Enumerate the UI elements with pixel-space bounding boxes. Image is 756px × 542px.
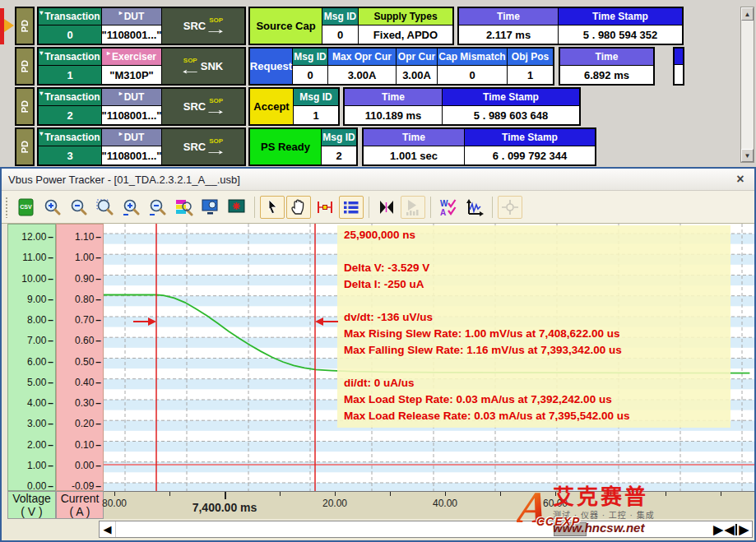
zoom-out-horizontal-button[interactable] [146, 196, 170, 219]
timestamp-header: Time Stamp [465, 129, 595, 146]
protocol-badge[interactable]: PD [15, 87, 35, 126]
zoom-selection-button[interactable] [93, 196, 118, 219]
current-tick-label: 1.10– [75, 231, 101, 243]
time-value: 2.117 ms [459, 25, 558, 44]
message-group: Accept Msg ID 1 [248, 87, 340, 126]
zoom-in-horizontal-button[interactable] [119, 196, 144, 219]
annotation-line: dv/dt: -136 uV/us [344, 311, 727, 327]
scroll-down-button[interactable]: ▼ [741, 149, 754, 162]
message-type[interactable]: Source Cap [250, 8, 322, 44]
sort-triangle-icon: ▸ [107, 49, 110, 57]
transaction-id[interactable]: 0 [39, 25, 101, 44]
voltage-tick-label: 3.00– [27, 418, 53, 429]
svg-text:W: W [440, 199, 448, 208]
time-axis-tick [335, 492, 336, 496]
transaction-id-group: ▾Transaction 2 ▸DUT "1108001..." SRC SOP… [37, 87, 246, 126]
transaction-id[interactable]: 1 [39, 66, 101, 84]
zoom-in-button[interactable] [40, 196, 65, 219]
protocol-badge[interactable]: PD [15, 127, 35, 166]
voltage-tick-label: 9.00– [27, 294, 53, 305]
message-group: Source Cap Msg ID 0 Supply Types Fixed, … [248, 7, 454, 45]
annotation-line [344, 360, 727, 377]
toolbar-grip[interactable] [5, 197, 9, 218]
annotation-line: Delta I: -250 uA [344, 278, 727, 294]
field-header: Msg ID [322, 129, 356, 146]
screen-zoom-icon [201, 197, 220, 217]
report-chart-icon [403, 197, 423, 217]
collapse-traces-button[interactable] [374, 196, 399, 219]
field-value: 2 [322, 146, 356, 164]
zoom-out-button[interactable] [67, 196, 91, 219]
timestamp-value: 6 . 099 792 344 [465, 146, 595, 164]
time-axis-label: 40.00 [433, 498, 457, 509]
column-header-source[interactable]: ▸DUT [102, 129, 161, 146]
message-type[interactable]: Accept [250, 89, 293, 124]
time-markers-button[interactable] [313, 196, 337, 219]
column-header-transaction[interactable]: ▾Transaction [39, 8, 101, 25]
time-axis-tick [500, 492, 501, 496]
voltage-axis: 12.00–11.00–10.00–9.00–8.00–7.00–6.00–5.… [7, 224, 56, 491]
column-header-source[interactable]: ▸DUT [102, 8, 161, 25]
direction-cell: SOP← SNK [162, 49, 244, 84]
direction-arrow-icon: → [204, 143, 228, 157]
voltage-tick-label: 5.00– [27, 377, 53, 388]
sort-triangle-icon: ▸ [119, 130, 123, 137]
time-markers-icon [315, 197, 335, 217]
direction-cell: SRC SOP→ [162, 8, 244, 44]
slew-chart-button[interactable] [462, 196, 487, 219]
column-header-transaction[interactable]: ▾Transaction [39, 89, 101, 105]
role-label: SNK [201, 60, 223, 72]
signal-connector-icon [500, 197, 520, 217]
window-titlebar[interactable]: Vbus Power Tracker - [01_TDA.2.3.2.1_A__… [2, 169, 754, 191]
column-header-transaction[interactable]: ▾Transaction [39, 49, 101, 65]
selection-marker-icon [4, 19, 14, 32]
annotation-line: Max Load Release Rate: 0.03 mA/us at 7,3… [344, 410, 727, 426]
timestamp-cutoff-column [673, 47, 684, 86]
time-value: 6.892 ms [560, 66, 653, 84]
close-button[interactable]: × [733, 172, 748, 187]
display-colors-button[interactable] [172, 196, 197, 219]
message-group: Request Msg ID 0 Max Opr Cur 3.00A Opr C… [248, 47, 554, 86]
voltage-tick-label: 7.00– [27, 335, 53, 346]
voltage-tick-label: 11.00– [22, 252, 53, 263]
field-header: Max Opr Cur [328, 49, 396, 65]
verify-results-icon: WA [438, 197, 458, 217]
voltage-axis-title: Voltage( V ) [7, 491, 56, 519]
sort-triangle-icon: ▾ [39, 49, 43, 57]
message-type[interactable]: PS Ready [250, 129, 321, 164]
select-cursor-button[interactable] [260, 196, 285, 219]
time-axis-tick [225, 492, 226, 499]
list-view-button[interactable] [339, 196, 364, 219]
direction-arrow-icon: → [204, 22, 228, 36]
scroll-left-button[interactable]: ◀ [100, 521, 116, 537]
current-axis-title: Current( A ) [56, 491, 104, 519]
field-value: Fixed, APDO [359, 25, 452, 44]
screen-zoom-button[interactable] [198, 196, 223, 219]
transaction-id[interactable]: 2 [39, 106, 101, 124]
message-type[interactable]: Request [250, 49, 292, 84]
column-header-transaction[interactable]: ▾Transaction [39, 129, 101, 146]
scroll-up-button[interactable]: ▲ [741, 7, 754, 21]
vertical-scrollbar[interactable]: ▲ ▼ [740, 7, 754, 163]
column-header-source[interactable]: ▸Exerciser [102, 49, 161, 65]
csv-export-button[interactable]: CSV [14, 196, 39, 219]
csv-export-icon: CSV [16, 197, 36, 217]
screen-markers-button[interactable] [225, 196, 249, 219]
field-value: 3.00A [397, 66, 437, 84]
transaction-id[interactable]: 3 [39, 146, 101, 164]
pan-hand-button[interactable] [286, 196, 311, 219]
current-tick-label: 0.00– [75, 460, 101, 471]
column-header-source[interactable]: ▸DUT [102, 89, 161, 105]
field-value: 3.00A [328, 66, 396, 84]
verify-results-button[interactable]: WA [436, 196, 461, 219]
time-axis-tick [280, 492, 281, 496]
display-colors-icon [174, 197, 194, 217]
sort-triangle-icon: ▸ [119, 9, 123, 16]
current-tick-label: 0.10– [75, 439, 101, 451]
voltage-tick-label: 6.00– [27, 356, 53, 368]
protocol-badge[interactable]: PD [15, 7, 35, 45]
time-axis-tick [390, 492, 391, 496]
protocol-badge[interactable]: PD [15, 47, 35, 86]
zoom-out-horizontal-icon [148, 197, 168, 217]
field-header: Supply Types [359, 8, 452, 25]
